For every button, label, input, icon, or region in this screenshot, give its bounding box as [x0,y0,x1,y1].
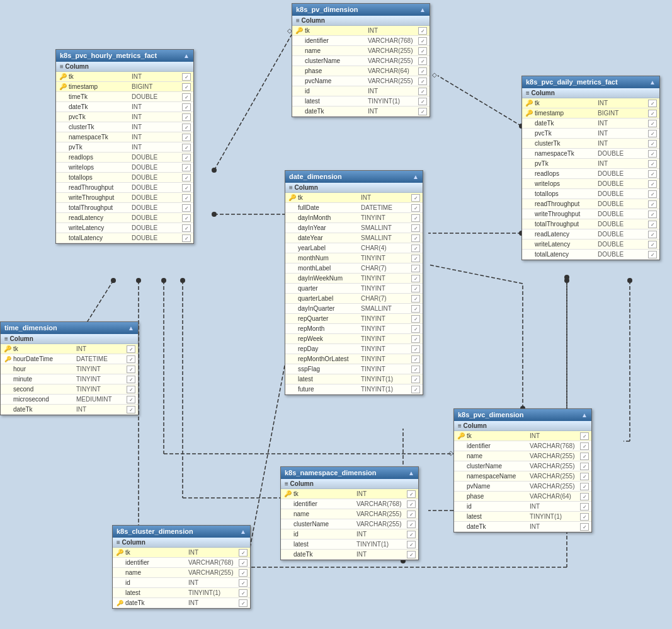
table-collapse-icon-time_dimension[interactable]: ▲ [128,325,134,332]
column-checkbox[interactable] [182,103,191,111]
table-header-k8s_pvc_daily_metrics_fact[interactable]: k8s_pvc_daily_metrics_fact▲ [522,76,659,88]
table-header-k8s_namespace_dimension[interactable]: k8s_namespace_dimension▲ [281,467,418,479]
column-checkbox[interactable] [418,57,427,65]
column-checkbox[interactable] [411,305,420,313]
column-checkbox[interactable] [182,144,191,151]
column-checkbox[interactable] [411,265,420,272]
column-checkbox[interactable] [648,120,657,127]
column-checkbox[interactable] [411,285,420,292]
column-checkbox[interactable] [580,473,589,480]
column-checkbox[interactable] [182,224,191,232]
column-checkbox[interactable] [648,150,657,158]
column-checkbox[interactable] [127,406,135,413]
column-checkbox[interactable] [411,234,420,242]
column-checkbox[interactable] [182,113,191,121]
column-checkbox[interactable] [580,432,589,440]
column-checkbox[interactable] [239,579,248,587]
column-checkbox[interactable] [580,453,589,460]
column-checkbox[interactable] [407,500,416,508]
column-checkbox[interactable] [182,204,191,212]
column-checkbox[interactable] [411,345,420,353]
column-checkbox[interactable] [411,245,420,252]
column-checkbox[interactable] [182,134,191,141]
column-checkbox[interactable] [182,194,191,202]
column-checkbox[interactable] [580,493,589,500]
column-checkbox[interactable] [182,234,191,242]
column-checkbox[interactable] [182,93,191,101]
table-collapse-icon-k8s_pvc_daily_metrics_fact[interactable]: ▲ [649,79,656,86]
column-checkbox[interactable] [411,376,420,383]
column-checkbox[interactable] [407,490,416,498]
column-checkbox[interactable] [411,255,420,262]
column-checkbox[interactable] [182,214,191,222]
column-checkbox[interactable] [182,124,191,131]
column-checkbox[interactable] [648,100,657,107]
column-checkbox[interactable] [407,511,416,518]
table-header-time_dimension[interactable]: time_dimension▲ [1,322,138,334]
column-checkbox[interactable] [411,335,420,343]
column-checkbox[interactable] [580,463,589,470]
column-checkbox[interactable] [418,47,427,55]
table-header-date_dimension[interactable]: date_dimension▲ [285,171,423,183]
column-checkbox[interactable] [648,170,657,178]
column-checkbox[interactable] [182,174,191,182]
column-checkbox[interactable] [648,251,657,258]
column-checkbox[interactable] [418,98,427,105]
column-checkbox[interactable] [580,523,589,531]
table-header-k8s_pvc_hourly_metrics_fact[interactable]: k8s_pvc_hourly_metrics_fact▲ [56,50,193,62]
column-checkbox[interactable] [580,503,589,511]
column-checkbox[interactable] [411,214,420,222]
column-checkbox[interactable] [127,366,135,373]
column-checkbox[interactable] [411,275,420,282]
column-checkbox[interactable] [418,88,427,95]
column-checkbox[interactable] [580,513,589,521]
column-checkbox[interactable] [580,442,589,450]
table-header-k8s_cluster_dimension[interactable]: k8s_cluster_dimension▲ [113,526,250,538]
column-checkbox[interactable] [411,366,420,373]
column-checkbox[interactable] [648,110,657,117]
column-checkbox[interactable] [418,27,427,35]
column-checkbox[interactable] [127,345,135,353]
column-checkbox[interactable] [127,355,135,363]
column-checkbox[interactable] [648,130,657,137]
column-checkbox[interactable] [648,200,657,208]
column-checkbox[interactable] [418,67,427,75]
column-checkbox[interactable] [411,295,420,303]
column-checkbox[interactable] [411,204,420,212]
column-checkbox[interactable] [411,194,420,202]
column-checkbox[interactable] [127,386,135,393]
column-checkbox[interactable] [407,531,416,538]
column-checkbox[interactable] [648,140,657,147]
column-checkbox[interactable] [182,164,191,171]
column-checkbox[interactable] [411,224,420,232]
column-checkbox[interactable] [182,83,191,91]
column-checkbox[interactable] [648,190,657,198]
column-checkbox[interactable] [239,549,248,557]
column-checkbox[interactable] [411,355,420,363]
table-header-k8s_pv_dimension[interactable]: k8s_pv_dimension▲ [292,4,430,16]
column-checkbox[interactable] [407,541,416,548]
column-checkbox[interactable] [127,376,135,383]
column-checkbox[interactable] [418,37,427,45]
table-collapse-icon-k8s_pvc_dimension[interactable]: ▲ [581,412,588,418]
column-checkbox[interactable] [648,211,657,218]
table-header-k8s_pvc_dimension[interactable]: k8s_pvc_dimension▲ [454,409,591,421]
column-checkbox[interactable] [239,589,248,597]
column-checkbox[interactable] [239,569,248,577]
column-checkbox[interactable] [239,559,248,567]
table-collapse-icon-date_dimension[interactable]: ▲ [413,173,419,180]
column-checkbox[interactable] [127,396,135,403]
column-checkbox[interactable] [648,180,657,188]
column-checkbox[interactable] [182,154,191,161]
column-checkbox[interactable] [411,315,420,323]
column-checkbox[interactable] [239,599,248,607]
column-checkbox[interactable] [411,325,420,333]
column-checkbox[interactable] [407,521,416,528]
table-collapse-icon-k8s_cluster_dimension[interactable]: ▲ [240,528,246,535]
column-checkbox[interactable] [418,108,427,115]
table-collapse-icon-k8s_pvc_hourly_metrics_fact[interactable]: ▲ [183,52,190,59]
column-checkbox[interactable] [648,221,657,228]
column-checkbox[interactable] [580,483,589,490]
table-collapse-icon-k8s_namespace_dimension[interactable]: ▲ [408,470,414,476]
column-checkbox[interactable] [648,160,657,168]
